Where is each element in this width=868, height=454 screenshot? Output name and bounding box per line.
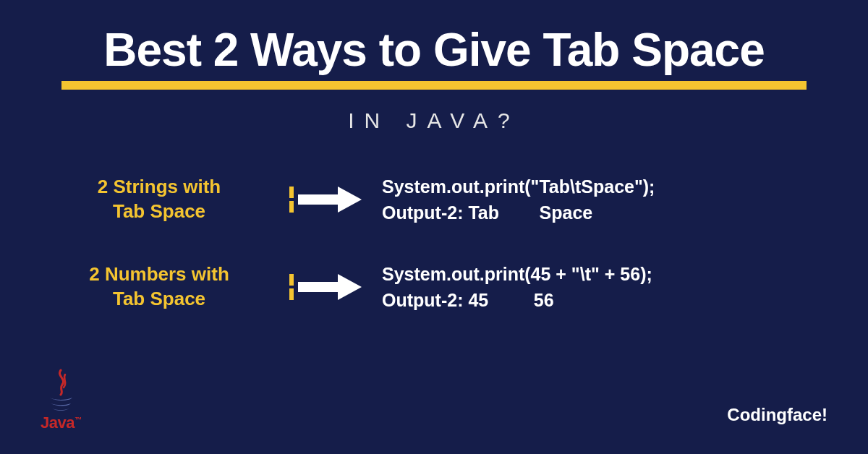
example-label-line2: Tab Space [113, 200, 205, 222]
svg-rect-0 [298, 194, 338, 205]
title-underline [61, 81, 807, 90]
example-row: 2 Numbers with Tab Space System.out.prin… [0, 261, 868, 314]
code-line: System.out.print(45 + "\t" + 56); [382, 261, 652, 287]
svg-rect-2 [298, 282, 338, 292]
java-logo-icon: Java™ [41, 369, 81, 432]
example-label: 2 Strings with Tab Space [0, 175, 289, 224]
page-subtitle: IN JAVA? [0, 108, 868, 133]
arrow-icon [289, 185, 363, 214]
example-row: 2 Strings with Tab Space System.out.prin… [0, 174, 868, 226]
example-label: 2 Numbers with Tab Space [0, 262, 289, 312]
example-label-line2: Tab Space [113, 288, 205, 309]
svg-marker-1 [338, 187, 362, 213]
svg-marker-3 [338, 274, 362, 300]
example-code: System.out.print(45 + "\t" + 56); Output… [382, 261, 652, 314]
output-line: Output-2: Tab Space [382, 200, 655, 226]
page-title: Best 2 Ways to Give Tab Space [103, 23, 765, 77]
code-line: System.out.print("Tab\tSpace"); [382, 174, 655, 200]
examples-list: 2 Strings with Tab Space System.out.prin… [0, 174, 868, 313]
brand-watermark: Codingface! [727, 405, 827, 425]
example-label-line1: 2 Strings with [98, 176, 221, 197]
java-logo-text: Java™ [41, 414, 81, 432]
arrow-icon [289, 273, 363, 301]
example-code: System.out.print("Tab\tSpace"); Output-2… [382, 174, 655, 226]
output-line: Output-2: 45 56 [382, 287, 652, 313]
header: Best 2 Ways to Give Tab Space IN JAVA? [0, 0, 868, 133]
example-label-line1: 2 Numbers with [89, 263, 229, 285]
